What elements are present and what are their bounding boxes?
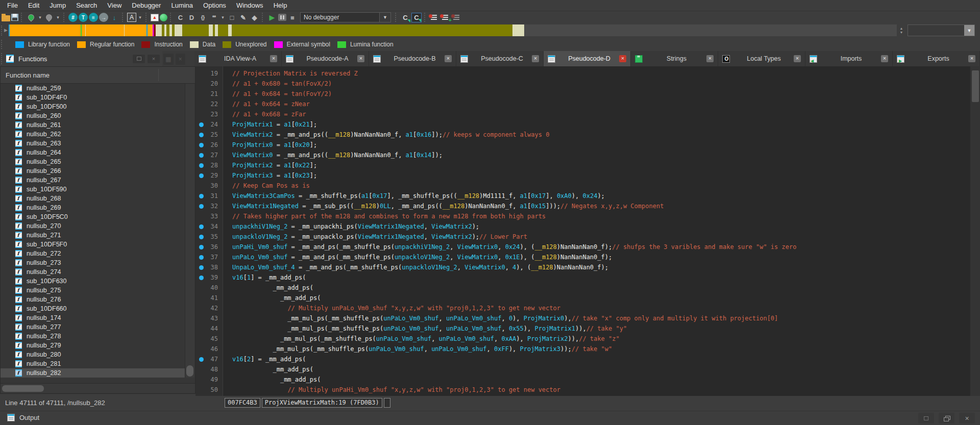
jump-down-icon[interactable]: ↓ xyxy=(109,13,119,22)
code-line[interactable]: 49 _mm_add_ps( xyxy=(195,374,970,385)
struct-create-icon[interactable]: C xyxy=(175,13,185,22)
code-line[interactable]: 43 _mm_mul_ps(_mm_shuffle_ps(unPaLo_Vm0_… xyxy=(195,313,970,323)
menu-item-view[interactable]: View xyxy=(102,1,127,10)
code-line[interactable]: 37unPaLo_Vm0_shuf = _mm_and_ps(_mm_shuff… xyxy=(195,252,970,262)
item-mark-dot-icon[interactable] xyxy=(199,194,204,198)
scrollbar-thumb[interactable] xyxy=(972,70,979,102)
tabbar-close-button[interactable]: × xyxy=(176,54,186,65)
restore-button[interactable] xyxy=(939,413,954,423)
struct-del-icon[interactable]: D xyxy=(186,13,197,22)
menu-item-options[interactable]: Options xyxy=(198,1,231,10)
function-list-item[interactable]: nullsub_279 xyxy=(1,341,185,350)
caret-icon[interactable]: ▾ xyxy=(55,13,61,22)
code-line[interactable]: 35unpackloV1Neg_2 = _mm_unpacklo_ps(View… xyxy=(195,232,970,242)
function-list-item[interactable]: nullsub_282 xyxy=(1,368,185,378)
item-mark-dot-icon[interactable] xyxy=(199,173,204,178)
output-tab[interactable]: Output xyxy=(3,413,43,422)
code-line[interactable]: 38UnpaLo_Vm0_shuf_4 = _mm_and_ps(_mm_shu… xyxy=(195,262,970,272)
step-into-c-icon[interactable]: C xyxy=(400,13,410,22)
run-pause-icon[interactable] xyxy=(278,14,286,21)
function-list-item[interactable]: sub_10DF5F0 xyxy=(1,240,185,249)
run-stop-icon[interactable]: ■ xyxy=(287,13,298,22)
tab-ida-view-a[interactable]: IDA View-A× xyxy=(194,51,282,66)
enum-icon[interactable]: ** xyxy=(209,13,219,22)
function-list-item[interactable]: sub_10DF5C0 xyxy=(1,212,185,221)
tab-close-icon[interactable]: × xyxy=(968,55,975,62)
tab-close-icon[interactable]: × xyxy=(445,55,452,62)
code-line[interactable]: 31ViewMatrix3CamPos = _mm_shuffle_ps(a1[… xyxy=(195,191,970,201)
code-line[interactable]: 46 _mm_mul_ps(_mm_shuffle_ps(unPaLo_Vm0_… xyxy=(195,344,970,354)
flag-icon[interactable]: ▲ xyxy=(151,14,159,21)
function-list-item[interactable]: nullsub_271 xyxy=(1,231,185,240)
function-list-item[interactable]: nullsub_265 xyxy=(1,157,185,166)
item-mark-dot-icon[interactable] xyxy=(199,265,204,270)
function-list-item[interactable]: nullsub_267 xyxy=(1,176,185,185)
tab-strings[interactable]: Strings× xyxy=(631,51,718,66)
code-line[interactable]: 29ProjMatrix3 = a1[0x23]; xyxy=(195,170,970,181)
drag-grip[interactable] xyxy=(1,26,3,36)
item-mark-dot-icon[interactable] xyxy=(199,122,204,127)
names-a-icon[interactable]: A xyxy=(127,13,136,22)
function-list-item[interactable]: nullsub_275 xyxy=(1,286,185,295)
code-line[interactable]: 27ViewMatrix0 = _mm_and_ps((__m128)NanNa… xyxy=(195,150,970,160)
scrollbar-thumb[interactable] xyxy=(2,385,44,392)
item-mark-dot-icon[interactable] xyxy=(199,143,204,147)
tabbar-save-button[interactable]: ▦ xyxy=(163,54,174,65)
edit-pencil-icon[interactable]: ✎ xyxy=(238,13,248,22)
function-list-item[interactable]: nullsub_259 xyxy=(1,84,185,93)
item-mark-dot-icon[interactable] xyxy=(199,245,204,249)
panel-close-button[interactable]: × xyxy=(148,55,160,63)
navband-zoom-combobox[interactable]: ▼ xyxy=(908,24,975,36)
nav-next-icon[interactable]: → xyxy=(99,13,108,22)
code-line[interactable]: 26ProjMatrix0 = a1[0x20]; xyxy=(195,140,970,150)
tab-close-icon[interactable]: × xyxy=(794,55,801,62)
code-vertical-scrollbar[interactable] xyxy=(970,66,980,396)
diamond-icon[interactable]: ◆ xyxy=(249,13,259,22)
functions-vertical-scrollbar[interactable] xyxy=(185,84,194,378)
tab-close-icon[interactable]: × xyxy=(706,55,714,62)
tab-close-icon[interactable]: × xyxy=(357,55,364,62)
bpt-group-icon[interactable] xyxy=(453,14,462,21)
code-line[interactable]: 23// a1 + 0x668 = zFar xyxy=(195,109,970,119)
menu-item-windows[interactable]: Windows xyxy=(231,1,268,10)
code-line[interactable]: 24ProjMatrix1 = a1[0x21]; xyxy=(195,119,970,130)
menu-item-debugger[interactable]: Debugger xyxy=(127,1,166,10)
run-play-icon[interactable]: ▶ xyxy=(267,13,277,22)
tab-pseudocode-c[interactable]: Pseudocode-C× xyxy=(456,51,544,66)
function-list-item[interactable]: nullsub_261 xyxy=(1,120,185,130)
drag-grip[interactable] xyxy=(1,53,3,64)
function-list-item[interactable]: sub_10DF500 xyxy=(1,102,185,111)
column-header-function-name[interactable]: Function name xyxy=(1,67,195,84)
item-mark-dot-icon[interactable] xyxy=(199,204,204,209)
menu-item-jump[interactable]: Jump xyxy=(44,1,71,10)
code-line[interactable]: 19// Projection Matrix is reversed Z xyxy=(195,68,970,79)
code-line[interactable]: 39v16[1] = _mm_add_ps( xyxy=(195,272,970,283)
func-text-icon[interactable]: T xyxy=(79,13,88,22)
step-over-c-icon[interactable]: C xyxy=(411,13,422,22)
func-flow-icon[interactable]: ≡ xyxy=(89,13,98,22)
code-line[interactable]: 42 // Multiply unPaLo_Vm0_shuf "x,y,z,w"… xyxy=(195,303,970,313)
maximize-button[interactable] xyxy=(918,413,934,423)
function-list-item[interactable]: nullsub_270 xyxy=(1,221,185,231)
code-line[interactable]: 48 _mm_add_ps( xyxy=(195,364,970,374)
caret-icon[interactable]: ▾ xyxy=(37,13,43,22)
function-list-item[interactable]: nullsub_276 xyxy=(1,295,185,304)
function-list-item[interactable]: nullsub_273 xyxy=(1,258,185,267)
function-list-item[interactable]: nullsub_262 xyxy=(1,130,185,139)
close-button[interactable]: × xyxy=(959,413,975,423)
tab-imports[interactable]: Imports× xyxy=(805,51,893,66)
code-line[interactable]: 47v16[2] = _mm_add_ps( xyxy=(195,354,970,364)
code-line[interactable]: 33// Takes higher part of the m128 and c… xyxy=(195,211,970,221)
navband-scroll-arrows[interactable]: ▲▼ xyxy=(898,25,905,36)
code-line[interactable]: 50 // Multiply unPaHi_Vm0_shuf "x,y,z,w"… xyxy=(195,385,970,395)
menu-item-lumina[interactable]: Lumina xyxy=(166,1,198,10)
function-list-item[interactable]: nullsub_268 xyxy=(1,194,185,203)
item-mark-dot-icon[interactable] xyxy=(199,276,204,280)
function-list-item[interactable]: sub_10DF4F0 xyxy=(1,93,185,102)
tab-close-icon[interactable]: × xyxy=(532,55,539,62)
item-mark-dot-icon[interactable] xyxy=(199,235,204,239)
function-list-item[interactable]: nullsub_277 xyxy=(1,322,185,332)
code-line[interactable]: 40 _mm_add_ps( xyxy=(195,283,970,293)
item-mark-dot-icon[interactable] xyxy=(199,357,204,362)
function-list-item[interactable]: nullsub_281 xyxy=(1,359,185,368)
